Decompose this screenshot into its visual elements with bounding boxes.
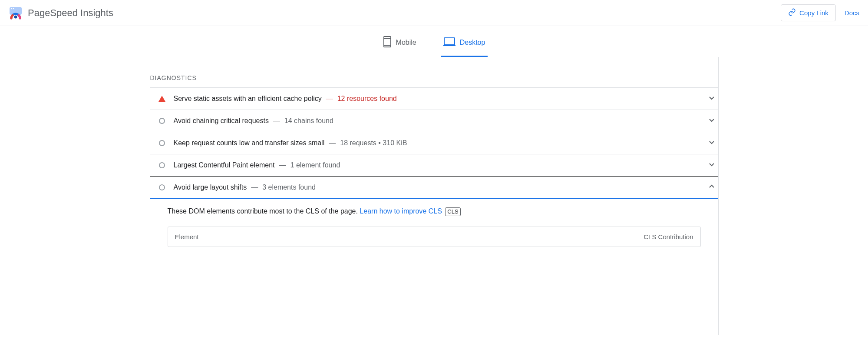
tab-mobile-label: Mobile — [396, 39, 416, 47]
info-circle-icon — [157, 184, 167, 190]
diagnostics-heading: DIAGNOSTICS — [150, 74, 718, 87]
info-circle-icon — [157, 118, 167, 124]
explain-text: These DOM elements contribute most to th… — [168, 207, 701, 216]
diagnostic-detail: 14 chains found — [284, 117, 333, 125]
mobile-icon — [383, 36, 392, 50]
diagnostic-row[interactable]: Avoid large layout shifts — 3 elements f… — [150, 177, 718, 199]
chevron-down-icon — [709, 139, 715, 147]
diagnostic-title: Largest Contentful Paint element — [174, 161, 275, 169]
table-header: Element CLS Contribution — [168, 227, 700, 247]
diagnostic-title: Keep request counts low and transfer siz… — [174, 139, 325, 147]
chevron-down-icon — [709, 117, 715, 125]
separator: — — [251, 184, 258, 191]
warning-triangle-icon — [157, 96, 167, 102]
diagnostic-row[interactable]: Avoid chaining critical requests — 14 ch… — [150, 110, 718, 132]
link-icon — [788, 8, 796, 17]
device-tabs: Mobile Desktop — [0, 26, 868, 57]
separator: — — [273, 117, 280, 125]
separator: — — [329, 139, 336, 147]
chevron-up-icon — [709, 184, 715, 191]
diagnostic-title: Avoid chaining critical requests — [174, 117, 269, 125]
docs-link[interactable]: Docs — [845, 9, 859, 17]
header-left: PageSpeed Insights — [9, 6, 113, 20]
diagnostic-title: Avoid large layout shifts — [174, 184, 247, 191]
svg-point-2 — [13, 8, 14, 9]
diagnostic-detail: 3 elements found — [262, 184, 316, 191]
diagnostic-detail: 18 requests • 310 KiB — [340, 139, 407, 147]
copy-link-button[interactable]: Copy Link — [781, 4, 836, 21]
column-cls-contribution: CLS Contribution — [644, 233, 693, 240]
tab-desktop-label: Desktop — [460, 39, 485, 47]
tab-mobile[interactable]: Mobile — [380, 31, 419, 57]
svg-point-3 — [14, 15, 17, 18]
explain-text-body: These DOM elements contribute most to th… — [168, 207, 360, 215]
tab-desktop[interactable]: Desktop — [441, 31, 488, 57]
separator: — — [326, 95, 333, 103]
pagespeed-logo-icon — [9, 6, 23, 20]
diagnostic-expanded-content: These DOM elements contribute most to th… — [150, 199, 718, 247]
app-header: PageSpeed Insights Copy Link Docs — [0, 0, 868, 26]
separator: — — [279, 161, 286, 169]
learn-link[interactable]: Learn how to improve CLS — [360, 207, 442, 215]
diagnostics-list: Serve static assets with an efficient ca… — [150, 87, 718, 199]
info-circle-icon — [157, 162, 167, 168]
svg-rect-7 — [444, 38, 455, 45]
column-element: Element — [175, 233, 199, 240]
header-right: Copy Link Docs — [781, 4, 859, 21]
main-content: DIAGNOSTICS Serve static assets with an … — [150, 57, 719, 335]
cls-elements-table: Element CLS Contribution — [168, 227, 701, 247]
diagnostic-detail: 12 resources found — [337, 95, 397, 103]
info-circle-icon — [157, 140, 167, 146]
diagnostic-title: Serve static assets with an efficient ca… — [174, 95, 322, 103]
cls-badge: CLS — [445, 207, 460, 216]
desktop-icon — [443, 37, 455, 48]
diagnostic-row[interactable]: Largest Contentful Paint element — 1 ele… — [150, 154, 718, 177]
chevron-down-icon — [709, 161, 715, 169]
copy-link-label: Copy Link — [799, 9, 828, 17]
diagnostic-row[interactable]: Keep request counts low and transfer siz… — [150, 132, 718, 154]
svg-point-1 — [11, 8, 12, 9]
diagnostic-detail: 1 element found — [290, 161, 340, 169]
diagnostic-row[interactable]: Serve static assets with an efficient ca… — [150, 88, 718, 110]
app-title: PageSpeed Insights — [28, 7, 113, 19]
chevron-down-icon — [709, 95, 715, 103]
